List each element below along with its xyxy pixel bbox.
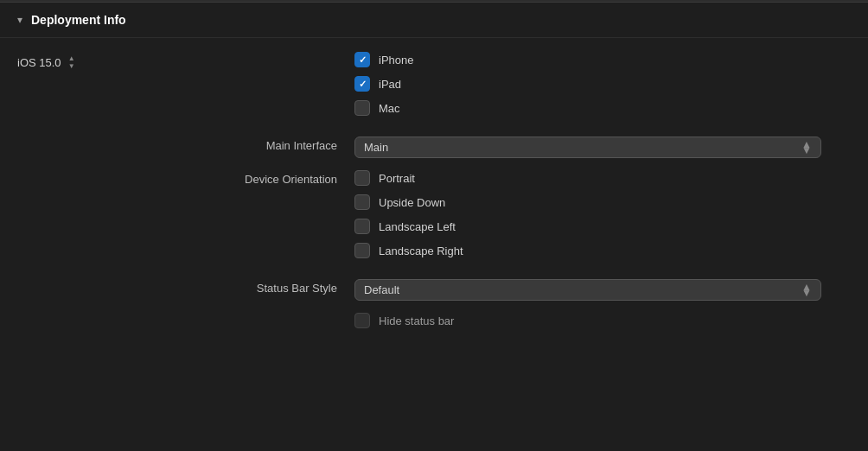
mac-checkbox-row: Mac <box>354 100 851 116</box>
landscape-right-checkbox-row: Landscape Right <box>354 243 851 258</box>
hide-status-bar-row: Hide status bar <box>0 313 868 328</box>
iphone-check-mark: ✓ <box>359 54 367 66</box>
landscape-left-checkbox[interactable] <box>354 219 370 234</box>
main-interface-arrow: ▲ ▼ <box>801 142 812 154</box>
landscape-right-label: Landscape Right <box>379 245 463 257</box>
portrait-label: Portrait <box>379 172 415 185</box>
device-orientation-label: Device Orientation <box>17 170 354 186</box>
ipad-checkbox-row: ✓ iPad <box>354 76 851 92</box>
main-interface-dropdown[interactable]: Main ▲ ▼ <box>354 137 821 158</box>
hide-status-bar-label-area <box>17 320 354 322</box>
upside-down-checkbox[interactable] <box>354 194 370 210</box>
portrait-checkbox[interactable] <box>354 170 370 186</box>
ios-stepper[interactable]: iOS 15.0 ▲ ▼ <box>17 54 337 70</box>
landscape-left-checkbox-row: Landscape Left <box>354 219 851 234</box>
section-title: Deployment Info <box>31 13 126 27</box>
section-header: ▾ Deployment Info <box>0 3 868 38</box>
upside-down-label: Upside Down <box>379 196 445 209</box>
ipad-checkbox[interactable]: ✓ <box>354 76 370 92</box>
status-bar-style-value: Default <box>364 283 399 296</box>
chevron-icon[interactable]: ▾ <box>17 14 22 26</box>
hide-status-bar-checkbox[interactable] <box>354 313 370 328</box>
landscape-left-label: Landscape Left <box>379 220 456 233</box>
ipad-label: iPad <box>379 78 401 91</box>
device-orientation-row: Device Orientation Portrait Upside Down … <box>0 170 868 267</box>
settings-body: iOS 15.0 ▲ ▼ ✓ iPhone <box>0 38 868 342</box>
main-interface-value: Main <box>364 141 388 154</box>
main-interface-content: Main ▲ ▼ <box>354 137 851 158</box>
status-bar-style-arrow-down: ▼ <box>801 290 812 296</box>
mac-checkbox[interactable] <box>354 100 370 116</box>
upside-down-checkbox-row: Upside Down <box>354 194 851 210</box>
orientation-checkboxes: Portrait Upside Down Landscape Left Land… <box>354 170 851 267</box>
ios-stepper-arrows[interactable]: ▲ ▼ <box>65 54 75 70</box>
status-bar-style-row: Status Bar Style Default ▲ ▼ <box>0 279 868 301</box>
main-interface-row: Main Interface Main ▲ ▼ <box>0 137 868 158</box>
landscape-right-checkbox[interactable] <box>354 243 370 258</box>
mac-label: Mac <box>379 102 400 115</box>
iphone-checkbox[interactable]: ✓ <box>354 52 370 67</box>
main-interface-arrow-down: ▼ <box>801 148 812 154</box>
status-bar-style-content: Default ▲ ▼ <box>354 279 851 301</box>
settings-container: ▾ Deployment Info iOS 15.0 ▲ ▼ ✓ <box>0 0 868 451</box>
ios-version-label: iOS 15.0 ▲ ▼ <box>17 52 354 70</box>
main-interface-label: Main Interface <box>17 137 354 152</box>
hide-status-bar-content: Hide status bar <box>354 313 454 328</box>
ios-version-row: iOS 15.0 ▲ ▼ ✓ iPhone <box>0 52 868 124</box>
iphone-checkbox-row: ✓ iPhone <box>354 52 851 67</box>
ios-stepper-up[interactable]: ▲ <box>65 54 75 62</box>
iphone-label: iPhone <box>379 54 413 67</box>
status-bar-style-arrow: ▲ ▼ <box>801 284 812 296</box>
hide-status-bar-label: Hide status bar <box>379 314 454 327</box>
status-bar-style-dropdown[interactable]: Default ▲ ▼ <box>354 279 821 301</box>
status-bar-style-label: Status Bar Style <box>17 279 354 295</box>
device-checkboxes: ✓ iPhone ✓ iPad Mac <box>354 52 851 124</box>
ios-stepper-down[interactable]: ▼ <box>65 62 75 70</box>
ipad-check-mark: ✓ <box>359 79 367 90</box>
portrait-checkbox-row: Portrait <box>354 170 851 186</box>
ios-version-text: iOS 15.0 <box>17 56 61 69</box>
